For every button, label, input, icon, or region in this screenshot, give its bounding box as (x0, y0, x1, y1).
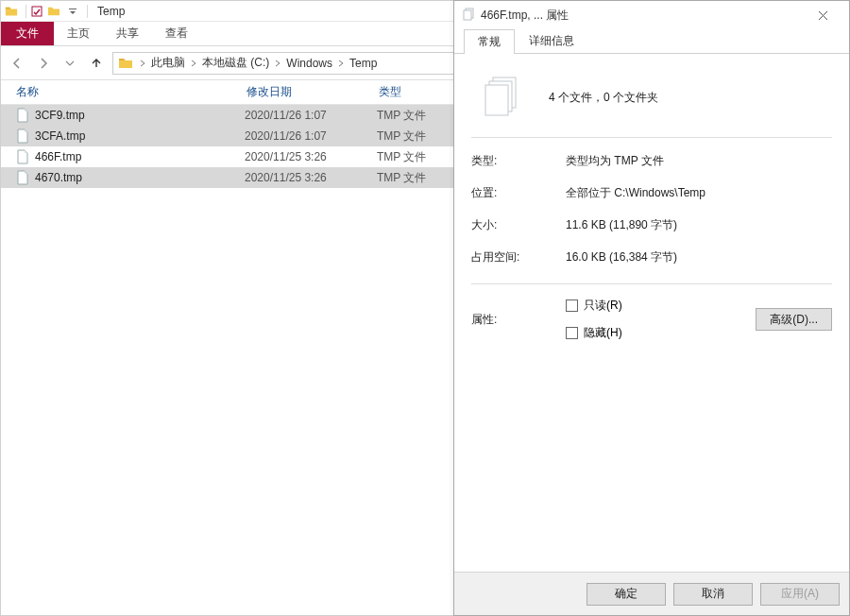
file-icon (14, 169, 31, 186)
size-label: 大小: (471, 217, 566, 233)
location-value: 全部位于 C:\Windows\Temp (566, 185, 706, 201)
dialog-tabs: 常规 详细信息 (454, 29, 849, 54)
file-name: 3CFA.tmp (35, 129, 245, 143)
file-date: 2020/11/26 1:07 (245, 129, 377, 143)
nav-back-icon[interactable] (7, 53, 27, 74)
svg-rect-3 (464, 10, 471, 20)
chevron-right-icon[interactable] (336, 60, 346, 67)
multifile-large-icon (479, 75, 524, 120)
separator (471, 283, 832, 284)
tab-home[interactable]: 主页 (54, 22, 103, 45)
dialog-body: 4 个文件，0 个文件夹 类型: 类型均为 TMP 文件 位置: 全部位于 C:… (454, 54, 849, 572)
file-type: TMP 文件 (377, 108, 450, 124)
chevron-right-icon[interactable] (138, 60, 147, 67)
chevron-right-icon[interactable] (273, 60, 282, 67)
col-name[interactable]: 名称 (14, 84, 245, 100)
window-title: Temp (97, 5, 125, 18)
qat-dropdown-icon[interactable] (66, 5, 79, 18)
crumb-pc[interactable]: 此电脑 (147, 55, 189, 71)
nav-recent-icon[interactable] (60, 53, 80, 74)
crumb-windows[interactable]: Windows (282, 57, 336, 70)
new-folder-qat-icon[interactable] (47, 5, 60, 18)
separator (471, 137, 832, 138)
type-label: 类型: (471, 153, 566, 169)
apply-button[interactable]: 应用(A) (760, 583, 840, 606)
qat-separator (26, 5, 26, 18)
folder-icon (117, 55, 134, 72)
svg-rect-0 (32, 7, 42, 16)
file-name: 4670.tmp (35, 171, 245, 184)
nav-forward-icon[interactable] (33, 53, 54, 74)
dialog-title: 466F.tmp, ... 属性 (481, 8, 569, 24)
file-icon (14, 128, 31, 145)
tab-file[interactable]: 文件 (1, 22, 54, 45)
file-icon (14, 107, 31, 124)
nav-up-icon[interactable] (86, 53, 107, 74)
dialog-footer: 确定 取消 应用(A) (454, 572, 849, 615)
file-date: 2020/11/26 1:07 (245, 109, 377, 122)
hidden-label: 隐藏(H) (584, 325, 622, 341)
readonly-checkbox[interactable]: 只读(R) (566, 298, 622, 314)
file-icon (14, 148, 31, 165)
file-type: TMP 文件 (377, 170, 450, 186)
multifile-icon (462, 8, 477, 23)
type-value: 类型均为 TMP 文件 (566, 153, 664, 169)
file-name: 3CF9.tmp (35, 109, 245, 122)
checkbox-icon (566, 299, 578, 312)
chevron-right-icon[interactable] (189, 60, 198, 67)
file-date: 2020/11/25 3:26 (245, 171, 377, 184)
cancel-button[interactable]: 取消 (673, 583, 753, 606)
crumb-c[interactable]: 本地磁盘 (C:) (198, 55, 273, 71)
folder-icon (5, 5, 18, 18)
dialog-titlebar: 466F.tmp, ... 属性 (454, 1, 849, 29)
size-value: 11.6 KB (11,890 字节) (566, 217, 677, 233)
attributes-label: 属性: (471, 312, 566, 328)
file-name: 466F.tmp (35, 150, 245, 163)
location-label: 位置: (471, 185, 566, 201)
readonly-label: 只读(R) (584, 298, 622, 314)
title-separator (87, 5, 88, 18)
disk-label: 占用空间: (471, 249, 566, 265)
properties-dialog: 466F.tmp, ... 属性 常规 详细信息 4 个文件，0 个文件夹 类型… (453, 0, 850, 616)
tab-details[interactable]: 详细信息 (515, 28, 588, 53)
properties-qat-icon[interactable] (30, 5, 43, 18)
advanced-button[interactable]: 高级(D)... (756, 308, 832, 331)
svg-rect-1 (69, 9, 76, 9)
attribute-checks: 只读(R) 隐藏(H) (566, 298, 622, 341)
svg-rect-6 (485, 85, 508, 115)
tab-share[interactable]: 共享 (103, 22, 152, 45)
col-date[interactable]: 修改日期 (245, 84, 377, 100)
close-icon[interactable] (804, 2, 842, 28)
checkbox-icon (566, 327, 578, 339)
tab-view[interactable]: 查看 (152, 22, 201, 45)
disk-value: 16.0 KB (16,384 字节) (566, 249, 677, 265)
crumb-temp[interactable]: Temp (346, 57, 381, 70)
tab-general[interactable]: 常规 (464, 29, 515, 54)
file-date: 2020/11/25 3:26 (245, 150, 377, 163)
file-count-summary: 4 个文件，0 个文件夹 (549, 90, 658, 106)
ok-button[interactable]: 确定 (586, 583, 666, 606)
file-type: TMP 文件 (377, 128, 450, 145)
hidden-checkbox[interactable]: 隐藏(H) (566, 325, 622, 341)
file-type: TMP 文件 (377, 149, 450, 165)
col-type[interactable]: 类型 (377, 84, 450, 100)
